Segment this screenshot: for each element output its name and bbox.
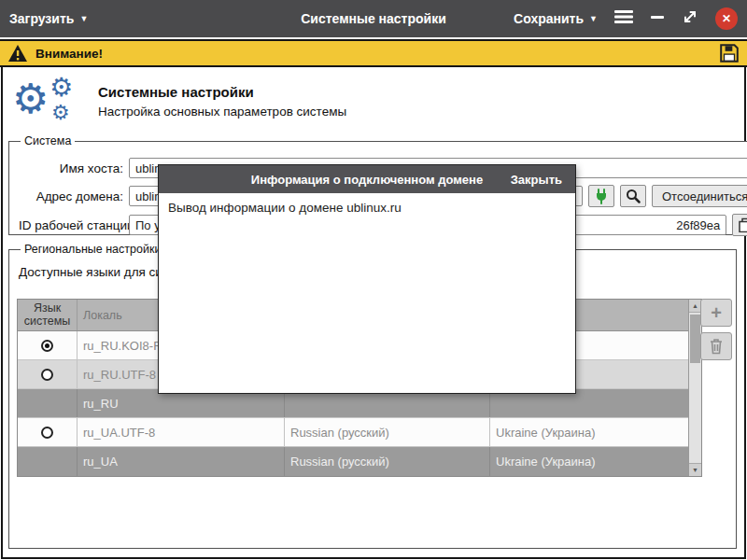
search-domain-button[interactable] xyxy=(620,185,646,207)
language-cell: Russian (русский) xyxy=(285,418,490,446)
load-button-label: Загрузить xyxy=(9,11,74,26)
maximize-button[interactable] xyxy=(682,8,698,29)
save-button-label: Сохранить xyxy=(514,11,584,26)
radio-selected[interactable] xyxy=(41,340,53,352)
connect-domain-button[interactable] xyxy=(588,185,614,207)
station-id-label: ID рабочей станции: xyxy=(19,218,123,232)
domain-label: Адрес домена: xyxy=(19,189,123,203)
minimize-icon xyxy=(650,9,665,24)
titlebar-actions: Сохранить ▼ ✕ xyxy=(514,7,738,30)
copy-icon xyxy=(738,217,747,232)
main-panel: ⚙ ⚙ ⚙ Системные настройки Настройка осно… xyxy=(1,67,746,559)
radio-cell xyxy=(18,389,78,417)
warning-text: Внимание! xyxy=(35,47,103,61)
dialog-body: Вывод информации о домене ublinux.ru xyxy=(159,193,575,222)
domain-info-dialog: Информация о подключенном домене Закрыть… xyxy=(158,164,576,394)
locale-actions: + xyxy=(700,299,732,360)
delete-locale-button[interactable] xyxy=(700,332,732,360)
dialog-titlebar: Информация о подключенном домене Закрыть xyxy=(159,165,575,193)
table-row[interactable]: ru_UA Russian (русский) Ukraine (Украина… xyxy=(18,447,688,476)
app-window: Загрузить ▼ Системные настройки Сохранит… xyxy=(0,0,747,560)
radio-cell xyxy=(18,418,78,446)
chevron-down-icon: ▼ xyxy=(589,15,598,23)
warning-icon xyxy=(7,44,28,63)
warning-banner: Внимание! xyxy=(0,39,747,67)
header-system-language: Язык системы xyxy=(18,300,78,330)
dialog-close-button[interactable]: Закрыть xyxy=(498,173,575,187)
scrollbar-thumb[interactable] xyxy=(690,315,700,363)
language-cell: Russian (русский) xyxy=(285,447,490,476)
radio-unselected[interactable] xyxy=(41,427,53,439)
menu-button[interactable] xyxy=(614,9,633,28)
page-title: Системные настройки xyxy=(98,84,254,100)
page-subtitle: Настройка основных параметров системы xyxy=(98,105,346,119)
radio-cell xyxy=(18,360,78,388)
trash-icon xyxy=(709,338,724,355)
radio-unselected[interactable] xyxy=(41,369,53,381)
load-button[interactable]: Загрузить ▼ xyxy=(9,11,88,26)
gear-icon: ⚙ xyxy=(12,78,49,119)
chevron-down-icon: ▼ xyxy=(79,15,88,23)
scroll-down-button[interactable]: ▼ xyxy=(689,463,701,476)
close-icon: ✕ xyxy=(722,12,731,25)
disconnect-button[interactable]: Отсоединиться xyxy=(652,185,747,207)
hamburger-icon xyxy=(614,9,633,24)
expand-icon xyxy=(682,8,698,25)
add-locale-button[interactable]: + xyxy=(700,299,732,327)
plus-icon: + xyxy=(711,302,722,324)
gear-icon: ⚙ xyxy=(51,103,70,123)
plug-icon xyxy=(593,188,610,204)
regional-legend: Региональные настройки xyxy=(21,243,164,256)
radio-cell xyxy=(18,447,78,476)
system-legend: Система xyxy=(21,134,75,147)
close-button[interactable]: ✕ xyxy=(715,7,738,30)
locale-cell: ru_UA.UTF-8 xyxy=(78,418,285,446)
dialog-body-text: Вывод информации о домене ublinux.ru xyxy=(168,201,402,215)
settings-gears-icon: ⚙ ⚙ ⚙ xyxy=(12,77,96,133)
table-row[interactable]: ru_UA.UTF-8 Russian (русский) Ukraine (У… xyxy=(18,418,688,447)
vertical-scrollbar[interactable]: ▲ ▼ xyxy=(688,300,701,476)
save-button[interactable]: Сохранить ▼ xyxy=(514,11,598,26)
search-icon xyxy=(626,189,641,203)
territory-cell: Ukraine (Украина) xyxy=(490,447,688,476)
floppy-icon xyxy=(719,43,740,63)
gear-icon: ⚙ xyxy=(49,75,73,101)
minimize-button[interactable] xyxy=(650,9,665,28)
radio-cell xyxy=(18,331,78,359)
locale-cell: ru_UA xyxy=(78,447,285,476)
territory-cell: Ukraine (Украина) xyxy=(490,418,688,446)
hostname-label: Имя хоста: xyxy=(19,161,123,175)
titlebar: Загрузить ▼ Системные настройки Сохранит… xyxy=(0,0,747,37)
save-settings-button[interactable] xyxy=(719,43,740,63)
copy-id-button[interactable] xyxy=(732,214,747,236)
station-id-value-end: 26f89ea xyxy=(676,218,720,232)
